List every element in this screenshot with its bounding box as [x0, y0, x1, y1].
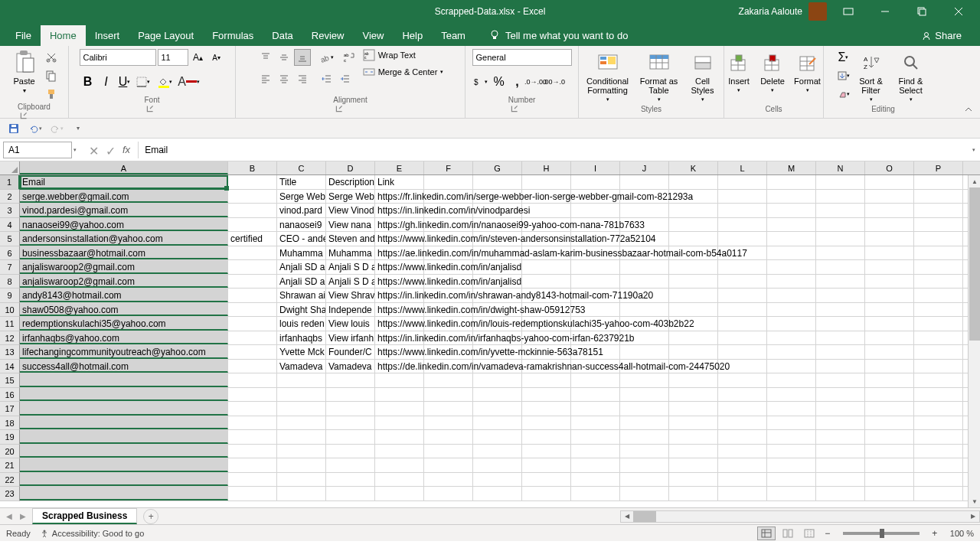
cell-B19[interactable]	[228, 430, 277, 444]
cell-I7[interactable]	[571, 260, 620, 274]
cell-D7[interactable]: Anjali S D a	[326, 260, 375, 274]
cell-A8[interactable]: anjaliswaroop2@gmail.com	[20, 275, 228, 289]
scroll-right-button[interactable]: ▶	[967, 511, 979, 522]
cell-H16[interactable]	[522, 388, 571, 402]
delete-cells-button[interactable]: Delete▾	[757, 49, 788, 95]
cell-P13[interactable]	[914, 345, 963, 359]
cell-P21[interactable]	[914, 458, 963, 472]
expand-formula-bar-button[interactable]: ▾	[968, 147, 980, 153]
cell-L4[interactable]	[718, 218, 767, 232]
row-header-14[interactable]: 14	[0, 360, 20, 374]
cell-L16[interactable]	[718, 388, 767, 402]
cell-M2[interactable]	[767, 190, 816, 204]
normal-view-button[interactable]	[757, 527, 776, 540]
cell-O9[interactable]	[865, 289, 914, 302]
dialog-launcher-icon[interactable]	[335, 104, 344, 113]
cell-A7[interactable]: anjaliswaroop2@gmail.com	[20, 260, 228, 274]
cancel-formula-button[interactable]: ✕	[89, 144, 101, 156]
cell-K1[interactable]	[669, 175, 718, 189]
dialog-launcher-icon[interactable]	[510, 104, 519, 113]
cell-A5[interactable]: andersonsinstallation@yahoo.com	[20, 232, 228, 246]
cell-P6[interactable]	[914, 246, 963, 260]
cell-M11[interactable]	[767, 317, 816, 331]
row-header-12[interactable]: 12	[0, 331, 20, 346]
column-header-L[interactable]: L	[718, 161, 767, 174]
cell-F15[interactable]	[424, 373, 473, 387]
cell-C7[interactable]: Anjali SD a	[277, 260, 326, 274]
cell-E21[interactable]	[375, 458, 424, 472]
cell-K22[interactable]	[669, 473, 718, 487]
row-header-8[interactable]: 8	[0, 275, 20, 289]
cell-E6[interactable]: https://ae.linkedin.com/in/muhammad-asla…	[375, 246, 424, 260]
cell-J8[interactable]	[620, 275, 669, 289]
cell-G15[interactable]	[473, 373, 522, 387]
row-header-20[interactable]: 20	[0, 445, 20, 459]
menu-team[interactable]: Team	[432, 25, 475, 46]
cell-O14[interactable]	[865, 360, 914, 373]
cell-E3[interactable]: https://in.linkedin.com/in/vinodpardesi	[375, 204, 424, 217]
cell-L8[interactable]	[718, 275, 767, 289]
cell-K23[interactable]	[669, 487, 718, 500]
enter-formula-button[interactable]: ✓	[106, 144, 118, 156]
cell-P15[interactable]	[914, 373, 963, 387]
cut-button[interactable]	[43, 49, 60, 66]
cell-E13[interactable]: https://www.linkedin.com/in/yvette-mckin…	[375, 345, 424, 359]
page-break-view-button[interactable]	[800, 527, 818, 540]
collapse-ribbon-button[interactable]	[963, 104, 974, 115]
cell-N14[interactable]	[816, 360, 865, 373]
row-header-13[interactable]: 13	[0, 345, 20, 360]
cell-I17[interactable]	[571, 402, 620, 416]
column-header-M[interactable]: M	[767, 161, 816, 174]
cell-M23[interactable]	[767, 487, 816, 500]
cell-P18[interactable]	[914, 416, 963, 430]
row-header-19[interactable]: 19	[0, 430, 20, 445]
cell-M19[interactable]	[767, 430, 816, 444]
cell-M12[interactable]	[767, 331, 816, 345]
increase-decimal-button[interactable]: .0→.00	[528, 73, 544, 90]
cell-B17[interactable]	[228, 402, 277, 416]
row-header-18[interactable]: 18	[0, 416, 20, 431]
cell-A16[interactable]	[20, 388, 228, 402]
cell-E17[interactable]	[375, 402, 424, 416]
cell-L12[interactable]	[718, 331, 767, 345]
cell-K19[interactable]	[669, 430, 718, 444]
column-header-C[interactable]: C	[277, 161, 326, 174]
cell-C14[interactable]: Vamadeva	[277, 360, 326, 373]
cell-C4[interactable]: nanaosei9	[277, 218, 326, 232]
cell-N5[interactable]	[816, 232, 865, 246]
sheet-nav-prev[interactable]: ◀	[3, 510, 15, 523]
cell-N6[interactable]	[816, 246, 865, 260]
cell-A18[interactable]	[20, 416, 228, 430]
cell-H8[interactable]	[522, 275, 571, 289]
cell-D2[interactable]: Serge Web	[326, 190, 375, 204]
cell-K20[interactable]	[669, 445, 718, 458]
cell-O18[interactable]	[865, 416, 914, 430]
cell-M22[interactable]	[767, 473, 816, 487]
cell-O16[interactable]	[865, 388, 914, 402]
cell-E20[interactable]	[375, 445, 424, 458]
cell-E5[interactable]: https://www.linkedin.com/in/steven-ander…	[375, 232, 424, 246]
font-color-button[interactable]: A▾	[178, 73, 201, 90]
cell-H19[interactable]	[522, 430, 571, 444]
cell-O22[interactable]	[865, 473, 914, 487]
cell-P8[interactable]	[914, 275, 963, 289]
cell-I22[interactable]	[571, 473, 620, 487]
cell-N19[interactable]	[816, 430, 865, 444]
wrap-text-button-full[interactable]: abcWrap Text	[363, 49, 444, 61]
dialog-launcher-icon[interactable]	[19, 111, 28, 120]
cell-L15[interactable]	[718, 373, 767, 387]
cell-E22[interactable]	[375, 473, 424, 487]
decrease-indent-button[interactable]	[318, 70, 335, 87]
cell-O2[interactable]	[865, 190, 914, 204]
cell-N23[interactable]	[816, 487, 865, 500]
cell-E11[interactable]: https://www.linkedin.com/in/louis-redemp…	[375, 317, 424, 331]
cell-H22[interactable]	[522, 473, 571, 487]
row-header-9[interactable]: 9	[0, 289, 20, 303]
cell-P17[interactable]	[914, 402, 963, 416]
cell-O8[interactable]	[865, 275, 914, 289]
row-header-5[interactable]: 5	[0, 232, 20, 246]
format-as-table-button[interactable]: Format as Table▾	[637, 49, 681, 104]
cell-F17[interactable]	[424, 402, 473, 416]
row-header-17[interactable]: 17	[0, 402, 20, 416]
cell-K21[interactable]	[669, 458, 718, 472]
